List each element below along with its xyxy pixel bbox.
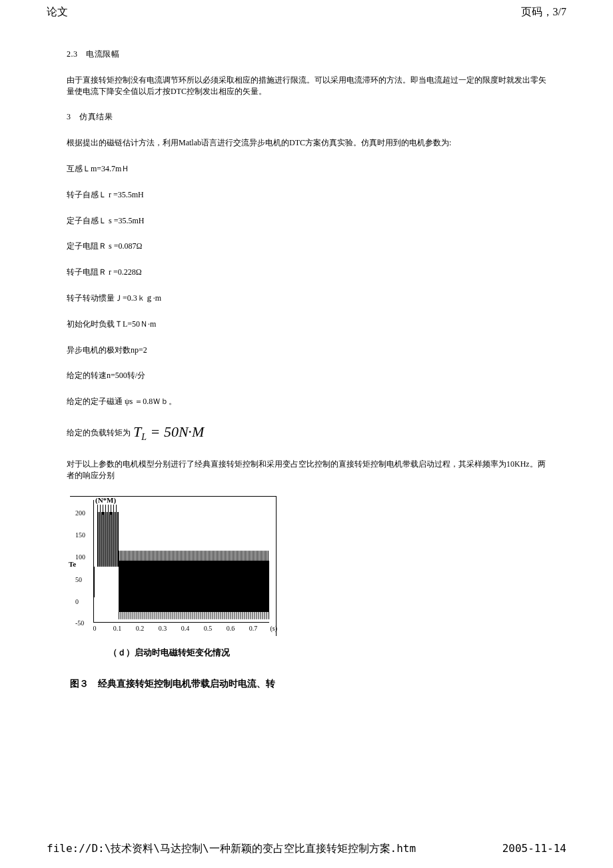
param-tl: 初始化时负载ＴL=50Ｎ·m [67,319,546,330]
param-psi: 给定的定子磁通 ψs ＝0.8Ｗｂ。 [67,396,546,407]
formula-expression: TL = 50N·M [133,422,204,444]
param-rs: 定子电阻Ｒ s =0.087Ω [67,241,546,252]
x-tick: 0 [93,624,97,633]
page-number: 页码，3/7 [521,5,566,19]
y-tick: 150 [75,531,85,540]
torque-chart: (N*M) Te 200 150 100 50 0 -50 0 0.1 0.2 … [70,496,277,636]
x-tick: 0.7 [249,624,258,633]
y-tick: -50 [75,619,84,628]
param-j: 转子转动惯量Ｊ=0.3ｋｇ·m [67,293,546,304]
print-date: 2005-11-14 [502,842,566,856]
y-tick: 0 [75,597,79,607]
plot-segment [119,551,269,563]
section-3-title: 3 仿真结果 [67,111,546,123]
doc-title: 论文 [47,5,68,19]
plot-segment [97,505,119,515]
content-area: 2.3 电流限幅 由于直接转矩控制没有电流调节环所以必须采取相应的措施进行限流。… [0,22,613,710]
figure-caption: 图３ 经典直接转矩控制电机带载启动时电流、转 [70,677,546,691]
param-ls: 定子自感Ｌ s =35.5mH [67,215,546,227]
page-header: 论文 页码，3/7 [0,0,613,22]
plot-segment [97,512,119,567]
section-2-3-text: 由于直接转矩控制没有电流调节环所以必须采取相应的措施进行限流。可以采用电流滞环的… [67,75,546,97]
param-n: 给定的转速n=500转/分 [67,370,546,381]
param-lr: 转子自感Ｌ r =35.5mH [67,189,546,201]
param-lm: 互感Ｌm=34.7mＨ [67,163,546,175]
page-footer: file://D:\技术资料\马达控制\一种新颖的变占空比直接转矩控制方案.ht… [47,842,566,856]
file-path: file://D:\技术资料\马达控制\一种新颖的变占空比直接转矩控制方案.ht… [47,842,416,856]
y-tick: 50 [75,575,82,585]
section-2-3-title: 2.3 电流限幅 [67,49,546,60]
plot-area [93,500,269,623]
x-tick: 0.2 [136,624,145,633]
figure-3d: (N*M) Te 200 150 100 50 0 -50 0 0.1 0.2 … [70,496,546,691]
x-tick: 0.3 [159,624,167,633]
plot-segment [119,609,269,619]
chart-sub-caption: （ｄ）启动时电磁转矩变化情况 [109,647,546,659]
x-tick: 0.1 [113,624,122,633]
param-np: 异步电机的极对数np=2 [67,345,546,356]
y-tick: 100 [75,553,85,562]
formula-prefix: 给定的负载转矩为 [67,427,131,439]
y-tick: 200 [75,509,85,518]
section-3-text-2: 对于以上参数的电机模型分别进行了经典直接转矩控制和采用变占空比控制的直接转矩控制… [67,459,546,481]
param-rr: 转子电阻Ｒ r =0.228Ω [67,267,546,278]
plot-segment [119,561,269,612]
formula-tl: 给定的负载转矩为 TL = 50N·M [67,422,546,444]
x-tick: 0.6 [227,624,235,633]
section-3-intro: 根据提出的磁链估计方法，利用Matlab语言进行交流异步电机的DTC方案仿真实验… [67,137,546,149]
x-tick: 0.5 [204,624,213,633]
chart-x-unit: (s) [270,624,277,633]
plot-segment [94,567,97,597]
x-tick: 0.4 [181,624,190,633]
